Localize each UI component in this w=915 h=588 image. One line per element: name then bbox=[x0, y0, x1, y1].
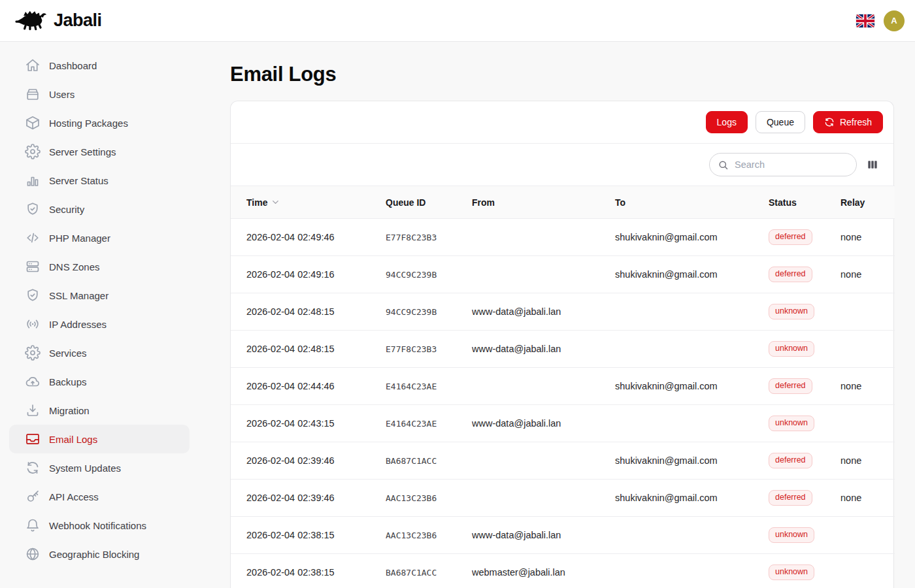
table-row[interactable]: 2026-02-04 02:38:15 BA687C1ACC webmaster… bbox=[231, 554, 895, 588]
sidebar-item-label: PHP Manager bbox=[49, 233, 110, 244]
shield-check-icon bbox=[25, 287, 41, 303]
table-row[interactable]: 2026-02-04 02:39:46 BA687C1ACC shukivakn… bbox=[231, 442, 895, 480]
status-badge: deferred bbox=[769, 267, 812, 282]
email-logs-table: Time Queue ID From To Status Relay bbox=[231, 186, 895, 588]
table-row[interactable]: 2026-02-04 02:44:46 E4164C23AE shukivakn… bbox=[231, 368, 895, 405]
main-content: Email Logs Logs Queue Refresh bbox=[199, 42, 915, 588]
queue-tab-button[interactable]: Queue bbox=[756, 111, 805, 133]
sidebar-item-dashboard[interactable]: Dashboard bbox=[9, 51, 190, 80]
archive-icon bbox=[25, 86, 41, 102]
column-header-queue-id[interactable]: Queue ID bbox=[386, 186, 472, 219]
table-row[interactable]: 2026-02-04 02:48:15 94CC9C239B www-data@… bbox=[231, 293, 895, 331]
sidebar-item-php-manager[interactable]: PHP Manager bbox=[9, 223, 190, 252]
sidebar-nav: Dashboard Users Hosting Packages Server … bbox=[0, 42, 199, 588]
cell-queue-id: E4164C23AE bbox=[386, 368, 472, 405]
cell-status: unknown bbox=[769, 517, 840, 554]
sidebar-item-label: DNS Zones bbox=[49, 261, 100, 272]
table-row[interactable]: 2026-02-04 02:49:46 E77F8C23B3 shukivakn… bbox=[231, 219, 895, 256]
cell-queue-id: 94CC9C239B bbox=[386, 256, 472, 293]
sidebar-item-dns-zones[interactable]: DNS Zones bbox=[9, 252, 190, 281]
cell-time: 2026-02-04 02:49:46 bbox=[231, 219, 386, 256]
sidebar-item-hosting-packages[interactable]: Hosting Packages bbox=[9, 108, 190, 137]
column-header-from[interactable]: From bbox=[472, 186, 615, 219]
cell-relay: none bbox=[840, 219, 895, 256]
search-input[interactable] bbox=[735, 159, 857, 170]
user-avatar[interactable]: A bbox=[884, 10, 905, 31]
cell-from bbox=[472, 368, 615, 405]
cell-from bbox=[472, 442, 615, 480]
sidebar-item-users[interactable]: Users bbox=[9, 80, 190, 108]
sidebar-item-ip-addresses[interactable]: IP Addresses bbox=[9, 310, 190, 338]
cell-from: webmaster@jabali.lan bbox=[472, 554, 615, 588]
cell-queue-id: E77F8C23B3 bbox=[386, 331, 472, 368]
table-row[interactable]: 2026-02-04 02:48:15 E77F8C23B3 www-data@… bbox=[231, 331, 895, 368]
table-header-row: Time Queue ID From To Status Relay bbox=[231, 186, 895, 219]
status-badge: deferred bbox=[769, 378, 812, 394]
cell-status: deferred bbox=[769, 480, 840, 517]
sidebar-item-label: Server Status bbox=[49, 175, 108, 186]
sidebar-item-label: Users bbox=[49, 89, 75, 100]
table-row[interactable]: 2026-02-04 02:43:15 E4164C23AE www-data@… bbox=[231, 405, 895, 442]
sidebar-item-backups[interactable]: Backups bbox=[9, 367, 190, 396]
cell-queue-id: AAC13C23B6 bbox=[386, 480, 472, 517]
sidebar-item-migration[interactable]: Migration bbox=[9, 396, 190, 425]
sidebar-item-ssl-manager[interactable]: SSL Manager bbox=[9, 281, 190, 310]
table-row[interactable]: 2026-02-04 02:49:16 94CC9C239B shukivakn… bbox=[231, 256, 895, 293]
cloud-upload-icon bbox=[25, 374, 41, 389]
table-row[interactable]: 2026-02-04 02:39:46 AAC13C23B6 shukivakn… bbox=[231, 480, 895, 517]
sidebar-item-email-logs[interactable]: Email Logs bbox=[9, 425, 190, 453]
server-stack-icon bbox=[25, 259, 41, 274]
cell-status: unknown bbox=[769, 293, 840, 331]
column-header-time[interactable]: Time bbox=[231, 186, 386, 219]
column-header-status[interactable]: Status bbox=[769, 186, 840, 219]
cell-to bbox=[615, 293, 769, 331]
cell-to: shukivaknin@gmail.com bbox=[615, 219, 769, 256]
sidebar-item-services[interactable]: Services bbox=[9, 338, 190, 367]
sidebar-item-label: Geographic Blocking bbox=[49, 549, 139, 560]
status-badge: unknown bbox=[769, 416, 814, 431]
column-header-to[interactable]: To bbox=[615, 186, 769, 219]
cell-to: shukivaknin@gmail.com bbox=[615, 442, 769, 480]
sidebar-item-server-settings[interactable]: Server Settings bbox=[9, 137, 190, 166]
cell-status: deferred bbox=[769, 442, 840, 480]
logs-tab-button[interactable]: Logs bbox=[706, 111, 748, 133]
refresh-button[interactable]: Refresh bbox=[813, 111, 883, 133]
cell-to bbox=[615, 517, 769, 554]
uk-flag-icon[interactable] bbox=[856, 14, 874, 27]
cell-relay bbox=[840, 293, 895, 331]
cell-time: 2026-02-04 02:38:15 bbox=[231, 517, 386, 554]
cell-from bbox=[472, 256, 615, 293]
status-badge: unknown bbox=[769, 564, 814, 580]
cell-status: deferred bbox=[769, 256, 840, 293]
sidebar-item-server-status[interactable]: Server Status bbox=[9, 166, 190, 195]
queue-button-label: Queue bbox=[767, 117, 794, 127]
logs-button-label: Logs bbox=[717, 117, 737, 127]
cell-status: deferred bbox=[769, 219, 840, 256]
sidebar-item-geographic-blocking[interactable]: Geographic Blocking bbox=[9, 540, 190, 568]
cell-queue-id: BA687C1ACC bbox=[386, 554, 472, 588]
cell-from: www-data@jabali.lan bbox=[472, 405, 615, 442]
bell-icon bbox=[25, 517, 41, 533]
sidebar-item-api-access[interactable]: API Access bbox=[9, 482, 190, 511]
card-toolbar: Logs Queue Refresh bbox=[231, 101, 893, 143]
cell-to bbox=[615, 331, 769, 368]
sidebar-item-label: Services bbox=[49, 348, 87, 359]
email-logs-card: Logs Queue Refresh bbox=[230, 101, 894, 588]
sidebar-item-webhook-notifications[interactable]: Webhook Notifications bbox=[9, 511, 190, 540]
cell-status: unknown bbox=[769, 405, 840, 442]
cell-to bbox=[615, 554, 769, 588]
column-header-relay[interactable]: Relay bbox=[840, 186, 895, 219]
sidebar-item-label: Email Logs bbox=[49, 434, 97, 445]
sidebar-item-system-updates[interactable]: System Updates bbox=[9, 453, 190, 482]
sidebar-item-label: System Updates bbox=[49, 463, 121, 474]
column-toggle-button[interactable] bbox=[866, 158, 879, 171]
cell-to: shukivaknin@gmail.com bbox=[615, 368, 769, 405]
cell-from: www-data@jabali.lan bbox=[472, 517, 615, 554]
sidebar-item-security[interactable]: Security bbox=[9, 195, 190, 223]
home-icon bbox=[25, 57, 41, 73]
table-row[interactable]: 2026-02-04 02:38:15 AAC13C23B6 www-data@… bbox=[231, 517, 895, 554]
cell-relay bbox=[840, 554, 895, 588]
cell-queue-id: E4164C23AE bbox=[386, 405, 472, 442]
brand-logo[interactable]: Jabali bbox=[14, 7, 102, 35]
status-badge: deferred bbox=[769, 490, 812, 506]
